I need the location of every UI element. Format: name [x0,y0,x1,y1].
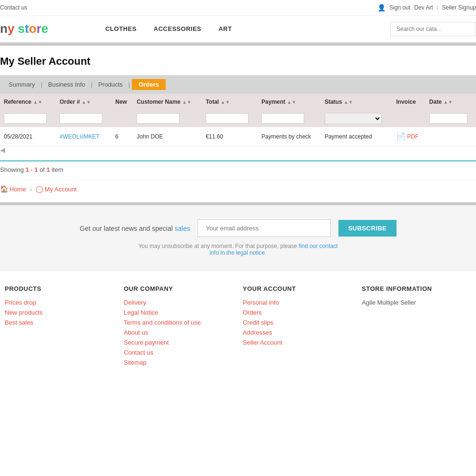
tab-products[interactable]: Products [94,80,126,89]
cell-invoice[interactable]: 📄 PDF [392,127,426,146]
list-item: Personal info [243,299,352,306]
sort-reference[interactable]: ▲▼ [33,99,42,105]
breadcrumb-sep: › [30,186,32,193]
footer-delivery[interactable]: Delivery [124,299,146,306]
footer-terms[interactable]: Terms and conditions of use [124,319,201,326]
legal-notice-link[interactable]: find our contact info in the legal notic… [209,243,337,256]
list-item: Orders [243,309,352,316]
filter-order[interactable] [60,113,102,124]
list-item: Terms and conditions of use [124,319,233,326]
main-content: My Seller Account Summary | Business Inf… [0,46,476,202]
cell-total: €11.60 [202,127,258,146]
sort-status[interactable]: ▲▼ [344,99,353,105]
footer-seller-account[interactable]: Seller Account [243,339,282,346]
footer-best-sales[interactable]: Best sales [5,319,33,326]
col-new: New [111,94,133,110]
footer-credit-slips[interactable]: Credit slips [243,319,273,326]
list-item: Delivery [124,299,233,306]
search-box [390,22,476,36]
list-item: Addresses [243,329,352,336]
cell-payment: Payments by check [258,127,321,146]
filter-row: Payment accepted Pending [0,110,476,127]
footer-col-company: OUR COMPANY Delivery Legal Notice Terms … [119,285,238,369]
list-item: Secure payment [124,339,233,346]
col-date[interactable]: Date ▲▼ [426,94,476,110]
breadcrumb-home[interactable]: 🏠 Home [0,185,26,193]
sort-date[interactable]: ▲▼ [443,99,453,105]
main-nav: CLOTHES ACCESSORIES ART [105,25,232,32]
tabs-bar: Summary | Business Info | Products | Ord… [0,75,476,94]
filter-payment[interactable] [261,113,304,124]
col-total[interactable]: Total ▲▼ [202,94,258,110]
tab-summary[interactable]: Summary [5,80,39,89]
list-item: Prices drop [5,299,114,306]
sort-customer[interactable]: ▲▼ [182,99,192,105]
col-payment[interactable]: Payment ▲▼ [258,94,321,110]
footer-secure-payment[interactable]: Secure payment [124,339,169,346]
list-item: Credit slips [243,319,352,326]
tab-business-info[interactable]: Business Info [44,80,89,89]
footer-addresses[interactable]: Addresses [243,329,272,336]
filter-total[interactable] [206,113,248,124]
list-item: Sitemap [124,359,233,366]
footer-new-products[interactable]: New products [5,309,42,316]
page-title: My Seller Account [0,55,476,68]
filter-date[interactable] [429,113,467,124]
footer-store-heading: STORE INFORMATION [362,285,471,292]
pdf-link[interactable]: 📄 PDF [396,132,422,141]
list-item: Seller Account [243,339,352,346]
footer-sitemap[interactable]: Sitemap [124,359,147,366]
pagination-suffix: item [51,166,63,173]
footer-col-products: PRODUCTS Prices drop New products Best s… [0,285,119,369]
nav-accessories[interactable]: ACCESSORIES [154,25,201,32]
cell-order-num: 6 [111,127,133,146]
footer-contact-us[interactable]: Contact us [124,349,153,356]
col-reference[interactable]: Reference ▲▼ [0,94,56,110]
newsletter-highlight: sales [175,225,190,232]
home-icon: 🏠 [0,185,8,193]
nav-clothes[interactable]: CLOTHES [105,25,137,32]
subscribe-button[interactable]: SUBSCRIBE [338,220,396,237]
sign-out-link[interactable]: Sign out [389,4,410,11]
footer-personal-info[interactable]: Personal info [243,299,279,306]
footer-about-us[interactable]: About us [124,329,148,336]
tab-sep-1: | [41,81,42,88]
list-item: About us [124,329,233,336]
col-customer[interactable]: Customer Name ▲▼ [133,94,202,110]
sort-total[interactable]: ▲▼ [220,99,230,105]
dev-art-link[interactable]: Dev Art [414,4,433,11]
col-order-num[interactable]: Order # ▲▼ [56,94,111,110]
seller-signup-link[interactable]: Seller Signup [442,4,476,11]
contact-us-link[interactable]: Contact us [0,4,27,11]
footer-legal-notice[interactable]: Legal Notice [124,309,158,316]
newsletter-note: You may unsubscribe at any moment. For t… [138,243,338,256]
footer-orders[interactable]: Orders [243,309,262,316]
logo[interactable]: ny store [0,21,48,36]
filter-status[interactable]: Payment accepted Pending [325,113,382,124]
search-input[interactable] [390,22,476,36]
col-status[interactable]: Status ▲▼ [321,94,392,110]
tab-sep-2: | [91,81,92,88]
pdf-icon: 📄 [396,132,406,141]
pagination-text: Showing [0,166,25,173]
breadcrumb-my-account[interactable]: ◯ My Account [36,185,77,193]
person-icon: 👤 [377,4,386,11]
sort-payment[interactable]: ▲▼ [287,99,297,105]
breadcrumb-home-label: Home [10,186,26,193]
filter-reference[interactable] [4,113,47,124]
table-row: 05/28/2021 #WEOLUMKET 6 John DOE €11.60 … [0,127,476,146]
tab-orders[interactable]: Orders [132,79,166,90]
cell-reference[interactable]: #WEOLUMKET [56,127,111,146]
cell-status: Payment accepted [321,127,392,146]
pagination-of: of [40,166,46,173]
nav-art[interactable]: ART [218,25,232,32]
list-item: Legal Notice [124,309,233,316]
newsletter-email-input[interactable] [198,219,331,237]
scroll-hint: ◀ [0,146,476,154]
sort-order[interactable]: ▲▼ [81,99,91,105]
pagination-info: Showing 1 - 1 of 1 item [0,160,476,173]
footer-prices-drop[interactable]: Prices drop [5,299,36,306]
filter-customer[interactable] [137,113,179,124]
list-item: Best sales [5,319,114,326]
col-invoice: Invoice [392,94,426,110]
